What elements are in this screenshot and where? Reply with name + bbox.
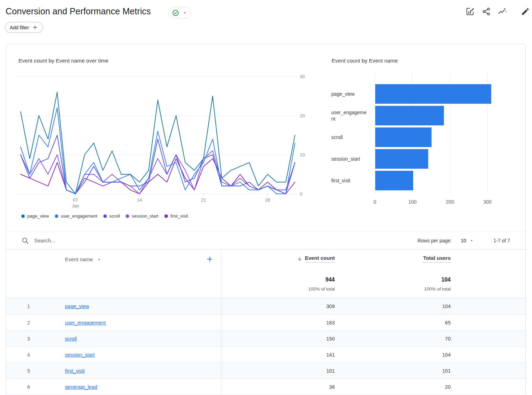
legend-dot-icon	[55, 214, 58, 218]
event-count-value: 150	[221, 331, 335, 347]
row-index: 5	[23, 363, 34, 379]
share-icon[interactable]	[482, 7, 491, 16]
edit-icon[interactable]	[521, 7, 530, 16]
pagination-range: 1-7 of 7	[494, 238, 510, 243]
bar-category-label: nt	[331, 116, 335, 122]
add-column-button[interactable]	[204, 254, 215, 265]
pagination-controls: Rows per page: 10 1-7 of 7	[418, 238, 526, 243]
event-count-total: 944	[221, 277, 335, 283]
column-header-event-count[interactable]: Event count	[221, 255, 335, 263]
legend-item-first_visit[interactable]: first_visit	[164, 213, 188, 219]
legend-item-user_engagement[interactable]: user_engagement	[55, 213, 97, 219]
chevron-down-icon	[469, 238, 474, 243]
x-axis-tick-label: 14	[137, 197, 142, 203]
legend-label: user_engagement	[61, 213, 97, 219]
total-users-value: 101	[335, 363, 451, 379]
rows-per-page-select[interactable]: 10	[461, 238, 474, 243]
legend-label: page_view	[27, 213, 49, 219]
x-axis-tick-label: 21	[201, 197, 206, 203]
table-row: 3scroll15070	[6, 330, 526, 346]
total-users-total-pct: 100% of total	[335, 286, 451, 292]
report-toolbar	[466, 7, 530, 16]
chevron-down-icon	[182, 10, 187, 16]
row-index: 6	[23, 379, 34, 395]
row-index: 1	[23, 298, 34, 314]
x-axis-tick-label: 28	[265, 197, 270, 203]
row-index: 4	[23, 347, 34, 363]
event-name-link[interactable]: first_visit	[65, 363, 84, 379]
bar-first_visit	[375, 171, 413, 190]
legend-dot-icon	[164, 214, 168, 218]
event-count-value: 309	[221, 298, 335, 314]
total-users-value: 65	[335, 315, 451, 331]
total-users-value: 104	[335, 298, 451, 314]
event-name-link[interactable]: scroll	[65, 331, 77, 347]
event-count-value: 183	[221, 315, 335, 331]
event-count-header-label: Event count	[305, 255, 335, 263]
customize-chart-icon[interactable]	[466, 7, 475, 16]
column-header-event-name[interactable]: Event name	[65, 256, 102, 262]
legend-item-page_view[interactable]: page_view	[21, 213, 49, 219]
total-users-value: 70	[335, 331, 451, 347]
line-chart-legend: page_viewuser_engagementscrollsession_st…	[21, 213, 188, 219]
x-axis-tick-label: 0	[374, 199, 376, 205]
insights-icon[interactable]	[498, 7, 507, 16]
line-series-session_start	[21, 151, 295, 194]
x-axis-month-label: Jan	[72, 203, 79, 209]
bar-category-label: user_engageme	[331, 110, 367, 115]
event-name-link[interactable]: user_engagement	[65, 315, 106, 331]
legend-item-session_start[interactable]: session_start	[126, 213, 158, 219]
check-circle-icon	[172, 9, 179, 17]
legend-label: first_visit	[170, 213, 188, 219]
table-row: 1page_view309104	[6, 298, 526, 314]
data-table: Rows per page: 10 1-7 of 7 Event name Ev…	[6, 232, 526, 395]
bar-user_engagement	[375, 106, 444, 125]
exploration-card: Event count by Event name over time 0102…	[6, 44, 526, 395]
sort-caret-icon	[96, 257, 102, 262]
add-filter-label: Add filter	[10, 25, 29, 30]
bar-session_start	[375, 149, 428, 169]
event-name-header-label: Event name	[65, 256, 93, 262]
table-row: 6generate_lead3820	[6, 379, 526, 395]
event-name-link[interactable]: page_view	[65, 298, 89, 314]
page-title: Conversion and Performance Metrics	[6, 6, 151, 16]
total-users-value: 104	[335, 347, 451, 363]
event-name-link[interactable]: session_start	[65, 347, 95, 363]
line-chart: 010203007142128Jan	[16, 70, 308, 209]
legend-label: scroll	[109, 213, 120, 219]
report-status-badge[interactable]	[168, 7, 191, 19]
search-icon	[21, 237, 29, 244]
event-name-link[interactable]: generate_lead	[65, 379, 97, 395]
table-body: 1page_view3091042user_engagement183653sc…	[6, 298, 526, 395]
legend-dot-icon	[126, 214, 129, 218]
row-index: 3	[23, 331, 34, 347]
y-axis-tick-label: 20	[300, 113, 305, 118]
bar-category-label: scroll	[331, 134, 343, 140]
x-axis-tick-label: 100	[408, 199, 417, 205]
column-divider	[221, 249, 221, 395]
table-row: 4session_start141104	[6, 346, 526, 363]
legend-dot-icon	[21, 214, 25, 218]
event-count-total-pct: 100% of total	[221, 286, 335, 292]
y-axis-tick-label: 10	[300, 152, 305, 158]
table-row: 5first_visit101101	[6, 363, 526, 379]
search-input[interactable]	[34, 237, 418, 243]
column-header-total-users[interactable]: Total users	[335, 255, 451, 263]
legend-label: session_start	[132, 213, 158, 219]
y-axis-tick-label: 30	[300, 74, 305, 79]
rows-per-page-label: Rows per page:	[418, 238, 452, 243]
rows-per-page-value: 10	[461, 238, 466, 243]
event-count-value: 38	[221, 379, 335, 395]
bar-scroll	[375, 127, 431, 147]
legend-item-scroll[interactable]: scroll	[103, 213, 120, 219]
line-series-user_engagement	[21, 108, 295, 194]
bar-category-label: first_visit	[331, 178, 350, 183]
add-filter-button[interactable]: Add filter	[5, 22, 43, 33]
table-row: 2user_engagement18365	[6, 314, 526, 330]
event-count-value: 101	[221, 363, 335, 379]
bar-chart-title: Event count by Event name	[332, 58, 398, 64]
bar-chart: 0100200300page_viewuser_engagementscroll…	[331, 70, 522, 220]
bar-category-label: page_view	[331, 91, 355, 97]
y-axis-tick-label: 0	[300, 191, 302, 197]
total-users-total: 104	[335, 277, 451, 283]
